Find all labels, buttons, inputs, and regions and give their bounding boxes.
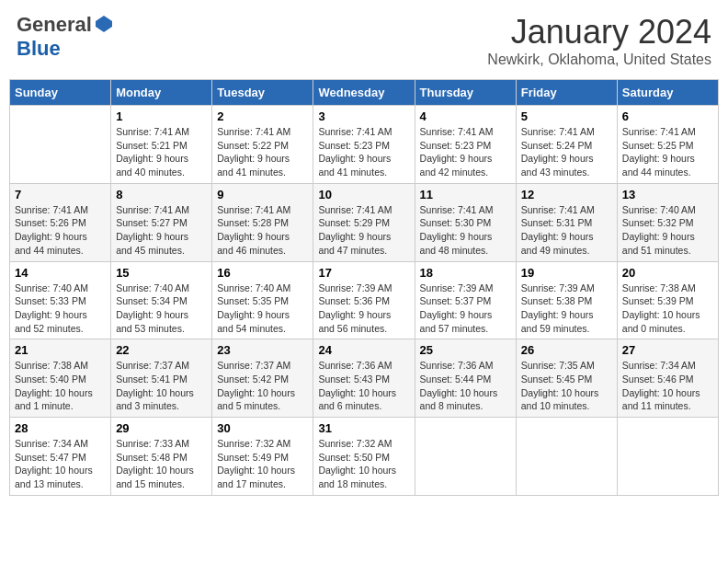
day-cell — [617, 418, 718, 496]
day-number: 16 — [217, 266, 308, 280]
weekday-header-friday: Friday — [516, 80, 617, 106]
weekday-header-monday: Monday — [111, 80, 212, 106]
day-number: 24 — [318, 343, 409, 357]
day-cell: 16Sunrise: 7:40 AM Sunset: 5:35 PM Dayli… — [212, 261, 313, 339]
day-info: Sunrise: 7:38 AM Sunset: 5:40 PM Dayligh… — [15, 359, 106, 413]
logo-general: General — [17, 13, 92, 37]
day-info: Sunrise: 7:36 AM Sunset: 5:43 PM Dayligh… — [318, 359, 409, 413]
weekday-header-row: SundayMondayTuesdayWednesdayThursdayFrid… — [10, 80, 719, 106]
day-info: Sunrise: 7:41 AM Sunset: 5:24 PM Dayligh… — [521, 125, 612, 179]
day-info: Sunrise: 7:36 AM Sunset: 5:44 PM Dayligh… — [420, 359, 511, 413]
day-info: Sunrise: 7:34 AM Sunset: 5:47 PM Dayligh… — [15, 437, 106, 491]
day-number: 29 — [116, 421, 207, 435]
day-info: Sunrise: 7:39 AM Sunset: 5:37 PM Dayligh… — [420, 282, 511, 336]
day-number: 1 — [116, 109, 207, 123]
location-title: Newkirk, Oklahoma, United States — [487, 52, 711, 68]
day-cell: 6Sunrise: 7:41 AM Sunset: 5:25 PM Daylig… — [617, 106, 718, 184]
day-number: 4 — [420, 109, 511, 123]
day-info: Sunrise: 7:33 AM Sunset: 5:48 PM Dayligh… — [116, 437, 207, 491]
day-info: Sunrise: 7:37 AM Sunset: 5:42 PM Dayligh… — [217, 359, 308, 413]
month-title: January 2024 — [487, 13, 711, 52]
day-cell: 2Sunrise: 7:41 AM Sunset: 5:22 PM Daylig… — [212, 106, 313, 184]
day-cell: 12Sunrise: 7:41 AM Sunset: 5:31 PM Dayli… — [516, 183, 617, 261]
day-number: 7 — [15, 188, 106, 201]
day-cell: 15Sunrise: 7:40 AM Sunset: 5:34 PM Dayli… — [111, 261, 212, 339]
day-cell — [516, 418, 617, 496]
day-cell: 27Sunrise: 7:34 AM Sunset: 5:46 PM Dayli… — [617, 339, 718, 418]
day-info: Sunrise: 7:40 AM Sunset: 5:33 PM Dayligh… — [15, 282, 106, 336]
day-number: 5 — [521, 109, 612, 123]
day-cell: 10Sunrise: 7:41 AM Sunset: 5:29 PM Dayli… — [313, 183, 415, 261]
day-number: 13 — [622, 188, 713, 201]
day-cell: 11Sunrise: 7:41 AM Sunset: 5:30 PM Dayli… — [415, 183, 516, 261]
day-cell — [10, 106, 111, 184]
day-info: Sunrise: 7:41 AM Sunset: 5:31 PM Dayligh… — [521, 203, 612, 258]
weekday-header-tuesday: Tuesday — [212, 80, 313, 106]
day-number: 27 — [622, 343, 713, 357]
day-info: Sunrise: 7:41 AM Sunset: 5:25 PM Dayligh… — [622, 125, 713, 179]
week-row-4: 21Sunrise: 7:38 AM Sunset: 5:40 PM Dayli… — [10, 339, 719, 418]
day-info: Sunrise: 7:41 AM Sunset: 5:23 PM Dayligh… — [318, 125, 409, 179]
day-cell: 18Sunrise: 7:39 AM Sunset: 5:37 PM Dayli… — [415, 261, 516, 339]
day-number: 6 — [622, 109, 713, 123]
day-number: 2 — [217, 109, 308, 123]
day-info: Sunrise: 7:41 AM Sunset: 5:21 PM Dayligh… — [116, 125, 207, 179]
weekday-header-sunday: Sunday — [10, 80, 111, 106]
day-info: Sunrise: 7:37 AM Sunset: 5:41 PM Dayligh… — [116, 359, 207, 413]
day-number: 10 — [318, 188, 409, 201]
day-info: Sunrise: 7:40 AM Sunset: 5:35 PM Dayligh… — [217, 282, 308, 336]
day-cell: 28Sunrise: 7:34 AM Sunset: 5:47 PM Dayli… — [10, 418, 111, 496]
day-info: Sunrise: 7:38 AM Sunset: 5:39 PM Dayligh… — [622, 282, 713, 336]
day-info: Sunrise: 7:41 AM Sunset: 5:28 PM Dayligh… — [217, 203, 308, 258]
day-number: 20 — [622, 266, 713, 280]
day-info: Sunrise: 7:41 AM Sunset: 5:22 PM Dayligh… — [217, 125, 308, 179]
logo-icon — [96, 16, 112, 32]
day-cell: 26Sunrise: 7:35 AM Sunset: 5:45 PM Dayli… — [516, 339, 617, 418]
day-cell: 17Sunrise: 7:39 AM Sunset: 5:36 PM Dayli… — [313, 261, 415, 339]
day-info: Sunrise: 7:39 AM Sunset: 5:38 PM Dayligh… — [521, 282, 612, 336]
day-info: Sunrise: 7:34 AM Sunset: 5:46 PM Dayligh… — [622, 359, 713, 413]
calendar: SundayMondayTuesdayWednesdayThursdayFrid… — [9, 79, 719, 496]
day-number: 23 — [217, 343, 308, 357]
day-number: 8 — [116, 188, 207, 201]
day-info: Sunrise: 7:41 AM Sunset: 5:26 PM Dayligh… — [15, 203, 106, 258]
day-info: Sunrise: 7:40 AM Sunset: 5:32 PM Dayligh… — [622, 203, 713, 258]
weekday-header-saturday: Saturday — [617, 80, 718, 106]
day-cell: 29Sunrise: 7:33 AM Sunset: 5:48 PM Dayli… — [111, 418, 212, 496]
day-info: Sunrise: 7:41 AM Sunset: 5:23 PM Dayligh… — [420, 125, 511, 179]
day-number: 9 — [217, 188, 308, 201]
day-number: 25 — [420, 343, 511, 357]
day-cell: 23Sunrise: 7:37 AM Sunset: 5:42 PM Dayli… — [212, 339, 313, 418]
day-info: Sunrise: 7:41 AM Sunset: 5:29 PM Dayligh… — [318, 203, 409, 258]
day-number: 31 — [318, 421, 409, 435]
day-cell: 21Sunrise: 7:38 AM Sunset: 5:40 PM Dayli… — [10, 339, 111, 418]
day-number: 15 — [116, 266, 207, 280]
day-info: Sunrise: 7:40 AM Sunset: 5:34 PM Dayligh… — [116, 282, 207, 336]
week-row-1: 1Sunrise: 7:41 AM Sunset: 5:21 PM Daylig… — [10, 106, 719, 184]
day-number: 14 — [15, 266, 106, 280]
weekday-header-wednesday: Wednesday — [313, 80, 415, 106]
day-info: Sunrise: 7:39 AM Sunset: 5:36 PM Dayligh… — [318, 282, 409, 336]
day-cell: 3Sunrise: 7:41 AM Sunset: 5:23 PM Daylig… — [313, 106, 415, 184]
svg-marker-0 — [96, 16, 112, 32]
day-cell: 5Sunrise: 7:41 AM Sunset: 5:24 PM Daylig… — [516, 106, 617, 184]
day-cell: 19Sunrise: 7:39 AM Sunset: 5:38 PM Dayli… — [516, 261, 617, 339]
day-number: 18 — [420, 266, 511, 280]
day-cell — [415, 418, 516, 496]
day-number: 22 — [116, 343, 207, 357]
day-cell: 31Sunrise: 7:32 AM Sunset: 5:50 PM Dayli… — [313, 418, 415, 496]
day-number: 11 — [420, 188, 511, 201]
day-number: 30 — [217, 421, 308, 435]
day-cell: 24Sunrise: 7:36 AM Sunset: 5:43 PM Dayli… — [313, 339, 415, 418]
day-cell: 7Sunrise: 7:41 AM Sunset: 5:26 PM Daylig… — [10, 183, 111, 261]
day-info: Sunrise: 7:32 AM Sunset: 5:50 PM Dayligh… — [318, 437, 409, 491]
day-number: 28 — [15, 421, 106, 435]
day-number: 19 — [521, 266, 612, 280]
day-number: 26 — [521, 343, 612, 357]
day-cell: 25Sunrise: 7:36 AM Sunset: 5:44 PM Dayli… — [415, 339, 516, 418]
day-number: 3 — [318, 109, 409, 123]
day-cell: 9Sunrise: 7:41 AM Sunset: 5:28 PM Daylig… — [212, 183, 313, 261]
day-cell: 22Sunrise: 7:37 AM Sunset: 5:41 PM Dayli… — [111, 339, 212, 418]
logo: General Blue — [17, 13, 112, 61]
day-number: 12 — [521, 188, 612, 201]
